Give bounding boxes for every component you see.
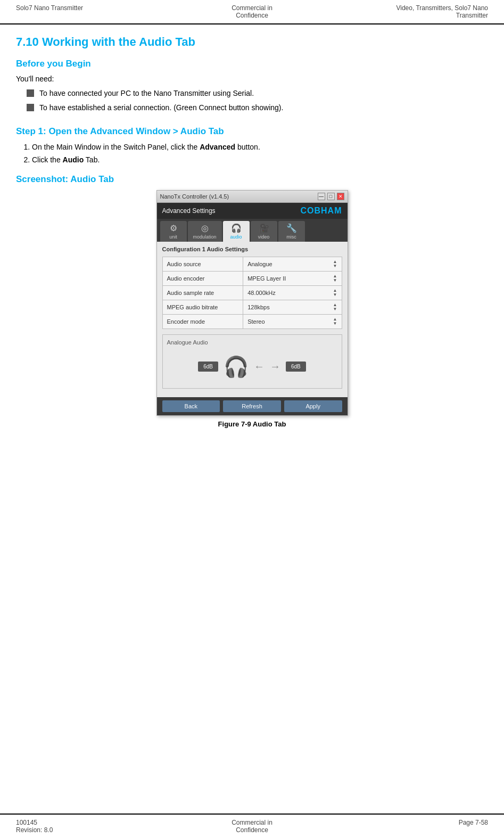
close-button[interactable]: ✕: [337, 193, 344, 200]
dropdown-arrows: ▲▼: [333, 317, 337, 326]
nanotx-titlebar: NanoTx Controller (v1.4.5) — □ ✕: [157, 191, 348, 203]
steps-list: On the Main Window in the Switch Panel, …: [32, 141, 488, 167]
bullet-icon: [27, 89, 34, 97]
page-footer: 100145 Revision: 8.0 Commercial in Confi…: [0, 814, 504, 838]
bullet-list: To have connected your PC to the Nano Tr…: [27, 88, 488, 113]
setting-label: Audio source: [162, 257, 243, 271]
header-center: Commercial in Confidence: [173, 4, 331, 19]
list-item: To have established a serial connection.…: [27, 102, 488, 113]
header-left: Solo7 Nano Transmitter: [16, 4, 173, 12]
setting-label: MPEG audio bitrate: [162, 300, 243, 314]
nanotx-content-area: Configuration 1 Audio Settings Audio sou…: [157, 242, 348, 397]
screenshot-container: NanoTx Controller (v1.4.5) — □ ✕ Advance…: [16, 190, 488, 428]
list-item: To have connected your PC to the Nano Tr…: [27, 88, 488, 99]
section-step1-heading: Step 1: Open the Advanced Window > Audio…: [16, 126, 488, 137]
titlebar-controls[interactable]: — □ ✕: [318, 193, 344, 200]
right-audio-btn[interactable]: 6dB: [286, 362, 306, 372]
table-row: Audio source Analogue ▲▼: [162, 257, 342, 271]
minimize-button[interactable]: —: [318, 193, 325, 200]
video-icon: 🎥: [259, 223, 269, 233]
list-item: Click the Audio Tab.: [32, 154, 488, 167]
adv-settings-label: Advanced Settings: [162, 207, 216, 215]
dropdown-arrows: ▲▼: [333, 303, 337, 311]
figure-caption: Figure 7-9 Audio Tab: [218, 420, 286, 428]
header-right: Video, Transmitters, Solo7 Nano Transmit…: [331, 4, 488, 19]
setting-value[interactable]: 48.000kHz ▲▼: [243, 285, 342, 300]
main-content: 7.10 Working with the Audio Tab Before y…: [0, 24, 504, 479]
setting-label: Audio encoder: [162, 271, 243, 285]
section-before-begin-heading: Before you Begin: [16, 59, 488, 69]
setting-value[interactable]: Stereo ▲▼: [243, 314, 342, 328]
config-title: Configuration 1 Audio Settings: [162, 246, 342, 252]
maximize-button[interactable]: □: [327, 193, 335, 200]
analogue-title: Analogue Audio: [167, 339, 337, 346]
setting-label: Audio sample rate: [162, 285, 243, 300]
cobham-logo: COBHAM: [301, 206, 342, 216]
apply-button[interactable]: Apply: [284, 400, 342, 412]
setting-label: Encoder mode: [162, 314, 243, 328]
bullet-icon: [27, 104, 34, 111]
tab-modulation[interactable]: ◎ modulation: [188, 221, 222, 242]
audio-visual: 6dB 🎧 ← → 6dB: [167, 350, 337, 384]
headphone-icon: 🎧: [224, 355, 249, 379]
setting-value[interactable]: Analogue ▲▼: [243, 257, 342, 271]
setting-value[interactable]: 128kbps ▲▼: [243, 300, 342, 314]
nanotx-footer: Back Refresh Apply: [157, 397, 348, 415]
settings-table: Audio source Analogue ▲▼ Audio encoder: [162, 257, 342, 329]
titlebar-title: NanoTx Controller (v1.4.5): [160, 193, 229, 200]
tab-misc[interactable]: 🔧 misc: [278, 221, 305, 242]
dropdown-arrows: ▲▼: [333, 260, 337, 268]
table-row: MPEG audio bitrate 128kbps ▲▼: [162, 300, 342, 314]
page-title: 7.10 Working with the Audio Tab: [16, 35, 488, 49]
left-audio-btn[interactable]: 6dB: [198, 362, 218, 372]
dropdown-arrows: ▲▼: [333, 289, 337, 297]
tab-video[interactable]: 🎥 video: [251, 221, 277, 242]
footer-right: Page 7-58: [331, 819, 488, 826]
audio-icon: 🎧: [231, 223, 242, 233]
modulation-icon: ◎: [201, 223, 209, 233]
tab-unit[interactable]: ⚙ unit: [160, 221, 187, 242]
unit-icon: ⚙: [170, 223, 177, 233]
dropdown-arrows: ▲▼: [333, 274, 337, 283]
nanotx-tabs: ⚙ unit ◎ modulation 🎧 audio 🎥 video 🔧: [157, 219, 348, 242]
footer-left: 100145 Revision: 8.0: [16, 819, 173, 834]
table-row: Audio encoder MPEG Layer II ▲▼: [162, 271, 342, 285]
you-need-text: You'll need:: [16, 73, 488, 85]
refresh-button[interactable]: Refresh: [223, 400, 281, 412]
table-row: Audio sample rate 48.000kHz ▲▼: [162, 285, 342, 300]
table-row: Encoder mode Stereo ▲▼: [162, 314, 342, 328]
back-button[interactable]: Back: [162, 400, 220, 412]
section-screenshot-heading: Screenshot: Audio Tab: [16, 174, 488, 185]
footer-center: Commercial in Confidence: [173, 819, 331, 834]
analogue-audio-section: Analogue Audio 6dB 🎧 ← → 6dB: [162, 334, 342, 389]
nanotx-window: NanoTx Controller (v1.4.5) — □ ✕ Advance…: [156, 190, 348, 416]
arrow-right-icon: →: [270, 360, 280, 373]
nanotx-app-header: Advanced Settings COBHAM: [157, 203, 348, 219]
list-item: On the Main Window in the Switch Panel, …: [32, 141, 488, 154]
tab-audio[interactable]: 🎧 audio: [223, 221, 250, 242]
misc-icon: 🔧: [286, 223, 297, 233]
arrow-left-icon: ←: [254, 360, 265, 373]
setting-value[interactable]: MPEG Layer II ▲▼: [243, 271, 342, 285]
page-header: Solo7 Nano Transmitter Commercial in Con…: [0, 0, 504, 24]
